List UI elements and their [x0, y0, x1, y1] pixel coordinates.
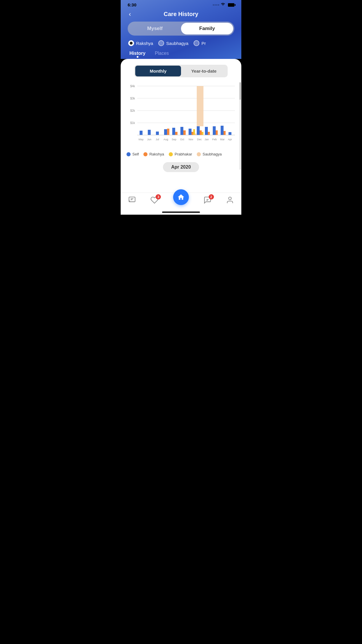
scrollbar-thumb: [240, 82, 241, 100]
svg-rect-21: [180, 127, 183, 135]
svg-text:Dec: Dec: [197, 138, 202, 141]
svg-text:$1k: $1k: [130, 121, 135, 125]
back-button[interactable]: ‹: [126, 9, 133, 19]
svg-rect-41: [224, 131, 226, 135]
chart-area: $4k $3k $2k $1k May Jun Jul Aug: [125, 83, 237, 147]
period-toggle: Monthly Year-to-date: [134, 65, 228, 77]
radio-rakshya: [128, 40, 134, 46]
svg-rect-31: [202, 132, 203, 135]
status-icons: [213, 3, 234, 7]
bottom-nav: 3 2: [121, 192, 241, 210]
member-rakshya[interactable]: Rakshya: [128, 40, 153, 46]
scrollbar[interactable]: [240, 82, 241, 170]
battery-icon: [228, 3, 234, 7]
svg-text:Mar: Mar: [220, 138, 225, 141]
svg-rect-25: [191, 132, 193, 135]
svg-rect-30: [200, 130, 202, 135]
svg-rect-32: [197, 86, 203, 126]
chat-icon: [128, 196, 136, 204]
svg-text:$2k: $2k: [130, 109, 135, 112]
svg-text:Apr: Apr: [228, 138, 232, 141]
legend-self: Self: [126, 152, 139, 156]
status-time: 6:30: [128, 2, 136, 7]
svg-rect-16: [167, 129, 169, 135]
tab-places[interactable]: Places: [155, 51, 169, 59]
svg-rect-26: [193, 129, 195, 135]
legend-prabhakar: Prabhakar: [169, 152, 192, 156]
svg-text:Feb: Feb: [212, 138, 217, 141]
home-icon: [177, 193, 185, 201]
period-ytd[interactable]: Year-to-date: [181, 66, 227, 76]
nav-chat[interactable]: [128, 196, 136, 204]
segment-myself[interactable]: Myself: [129, 23, 181, 34]
main-card: Monthly Year-to-date $4k $3k $2k $1k: [121, 59, 241, 192]
svg-rect-43: [229, 132, 231, 135]
signal-icon: [213, 4, 219, 6]
svg-rect-18: [172, 128, 175, 135]
legend-dot-saubhagya: [197, 152, 201, 156]
svg-rect-34: [205, 127, 208, 135]
svg-rect-24: [189, 129, 191, 135]
family-members: Rakshya Saubhagya Pr: [126, 40, 236, 46]
member-pr-label: Pr: [201, 41, 206, 46]
legend-label-self: Self: [132, 152, 139, 156]
member-saubhagya-label: Saubhagya: [166, 41, 188, 46]
nav-messages[interactable]: 2: [203, 196, 212, 204]
period-monthly[interactable]: Monthly: [135, 66, 181, 76]
home-button[interactable]: [173, 189, 189, 205]
page-title: Care History: [164, 11, 198, 18]
radio-saubhagya: [158, 40, 164, 46]
svg-rect-40: [221, 126, 224, 135]
svg-rect-27: [195, 134, 196, 135]
tab-history[interactable]: History: [129, 51, 145, 59]
svg-text:Nov: Nov: [189, 138, 194, 141]
nav-header: ‹ Care History: [126, 8, 236, 22]
svg-text:Jun: Jun: [147, 138, 152, 141]
legend-dot-rakshya: [143, 152, 147, 156]
svg-text:Sep: Sep: [172, 138, 176, 141]
legend-saubhagya: Saubhagya: [197, 152, 222, 156]
legend-label-saubhagya: Saubhagya: [203, 152, 222, 156]
svg-rect-22: [183, 130, 186, 135]
sub-nav: History Places: [126, 51, 236, 59]
radio-pr: [194, 40, 199, 46]
segment-control: Myself Family: [128, 22, 234, 36]
svg-rect-37: [213, 126, 216, 135]
home-indicator-bar: [121, 210, 241, 215]
svg-rect-13: [156, 132, 159, 135]
svg-rect-9: [140, 131, 143, 135]
nav-heart[interactable]: 3: [150, 196, 159, 204]
svg-point-51: [229, 197, 231, 200]
wifi-icon: [221, 3, 226, 7]
date-badge-container: Apr 2020: [125, 162, 237, 172]
svg-rect-38: [216, 130, 218, 135]
svg-text:Oct: Oct: [180, 138, 184, 141]
legend-dot-prabhakar: [169, 152, 173, 156]
svg-text:$4k: $4k: [130, 85, 135, 88]
legend-dot-self: [126, 152, 131, 156]
svg-text:Jan: Jan: [205, 138, 209, 141]
bar-chart: $4k $3k $2k $1k May Jun Jul Aug: [125, 83, 237, 147]
svg-text:May: May: [138, 138, 144, 141]
svg-rect-11: [148, 130, 151, 135]
svg-rect-15: [164, 129, 167, 135]
svg-text:Aug: Aug: [164, 138, 168, 141]
status-bar: 6:30: [126, 0, 236, 8]
segment-family[interactable]: Family: [181, 23, 233, 34]
svg-rect-35: [208, 132, 210, 135]
member-pr[interactable]: Pr: [194, 40, 206, 46]
profile-icon: [226, 196, 234, 204]
heart-badge: 3: [156, 194, 161, 200]
member-saubhagya[interactable]: Saubhagya: [158, 40, 188, 46]
svg-rect-19: [175, 132, 178, 135]
home-indicator: [162, 211, 200, 213]
member-rakshya-label: Rakshya: [136, 41, 153, 46]
chart-legend: Self Rakshya Prabhakar Saubhagya: [125, 150, 237, 159]
nav-home[interactable]: [173, 195, 189, 205]
date-badge: Apr 2020: [163, 162, 199, 172]
legend-rakshya: Rakshya: [143, 152, 164, 156]
nav-profile[interactable]: [226, 196, 234, 204]
svg-rect-29: [197, 126, 200, 135]
svg-text:Jul: Jul: [156, 138, 159, 141]
svg-text:$3k: $3k: [130, 97, 135, 100]
